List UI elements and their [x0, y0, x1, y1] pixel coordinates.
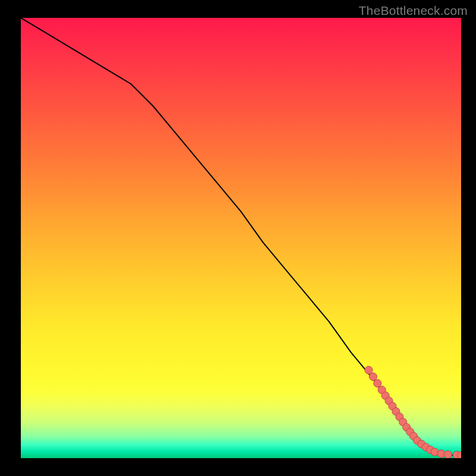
data-point [422, 443, 430, 451]
data-point [392, 408, 400, 415]
chart-svg [21, 18, 461, 458]
data-point [414, 437, 421, 444]
data-point [410, 433, 418, 440]
data-point [431, 448, 439, 456]
data-point [369, 373, 377, 381]
data-point [406, 428, 414, 436]
data-point [437, 450, 445, 458]
data-point [453, 451, 461, 458]
chart-stage: TheBottleneck.com [0, 0, 476, 476]
data-point [444, 451, 452, 458]
data-point [458, 452, 462, 458]
plot-area [21, 18, 461, 458]
data-point [374, 380, 381, 387]
data-point [381, 392, 389, 399]
data-point [396, 413, 403, 421]
curve-line [21, 18, 461, 456]
data-point [427, 446, 434, 453]
data-point [389, 402, 396, 410]
data-point [378, 386, 386, 394]
scatter-dots [365, 367, 461, 459]
data-point [399, 418, 407, 426]
data-point [385, 397, 393, 405]
data-point [418, 440, 425, 448]
data-point [403, 424, 411, 431]
data-point [365, 367, 372, 374]
watermark-text: TheBottleneck.com [359, 4, 468, 18]
